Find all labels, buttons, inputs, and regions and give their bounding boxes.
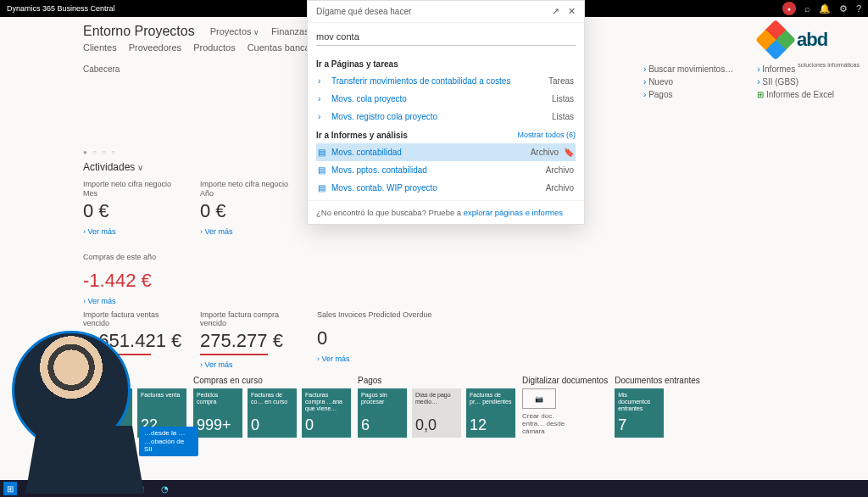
dlg-row-page[interactable]: ›Movs. cola proyecto Listas: [316, 90, 576, 108]
dlg-row-type: Archivo: [546, 183, 574, 193]
chevron-right-icon: ›: [318, 112, 326, 121]
actions-col-2: Informes SII (GBS) Informes de Excel: [757, 64, 834, 99]
kpi-link[interactable]: Ver más: [83, 227, 183, 236]
tile-fact-compra-curso[interactable]: Facturas de co… en curso 0: [248, 388, 297, 438]
kpi-value: 0 €: [83, 200, 183, 222]
kpi-label: Importe neto cifra negocio Año: [200, 180, 300, 198]
dlg-show-all-link[interactable]: Mostrar todos (6): [517, 131, 576, 140]
tile-pagos-sin-procesar[interactable]: Pagos sin procesar 6: [358, 388, 407, 438]
logo-subtitle: soluciones informáticas: [798, 62, 860, 68]
action-sii[interactable]: SII (GBS): [757, 77, 834, 87]
dialog-prompt: Dígame qué desea hacer: [316, 7, 411, 16]
kpi-neto-mes[interactable]: Importe neto cifra negocio Mes 0 € Ver m…: [83, 180, 183, 236]
chevron-right-icon: ›: [318, 76, 326, 86]
tellme-dialog: Dígame qué desea hacer ↗ ✕ Ir a Páginas …: [307, 0, 585, 225]
subnav-proveedores[interactable]: Proveedores: [129, 42, 181, 53]
kpi-link[interactable]: Ver más: [200, 360, 300, 369]
cue-group-title: Compras en curso: [193, 376, 351, 385]
cue-group-title: Pagos: [358, 376, 515, 385]
cue-group-digitalizar: Digitalizar documentos 📷 Crear doc. entr…: [522, 376, 608, 435]
tellme-search-input[interactable]: [316, 28, 576, 46]
dlg-row-text: Movs. cola proyecto: [331, 94, 407, 103]
report-icon: ▤: [318, 148, 326, 157]
action-excel[interactable]: Informes de Excel: [757, 90, 834, 99]
action-buscar-mov[interactable]: Buscar movimientos…: [643, 64, 733, 74]
camera-icon: 📷: [522, 388, 556, 409]
dlg-row-text: Movs. pptos. contabilidad: [331, 165, 427, 175]
tile-dias-pago[interactable]: Días de pago medio… 0,0: [412, 388, 461, 438]
tile-fact-proveedor-pend[interactable]: Facturas de pr… pendientes 12: [466, 388, 515, 438]
dlg-footer: ¿No encontró lo que buscaba? Pruebe a ex…: [308, 200, 584, 224]
dlg-row-type: Tareas: [548, 76, 574, 86]
bookmark-icon[interactable]: 🔖: [564, 148, 574, 157]
kpi-compras-ano[interactable]: Compras de este año -1.442 € Ver más: [83, 253, 253, 305]
presenter-overlay: [8, 327, 153, 489]
tile-label: Facturas compra …ana que viene…: [305, 392, 348, 411]
env-badge[interactable]: ●: [782, 2, 796, 15]
dlg-row-report[interactable]: ▤Movs. contab. WIP proyecto Archivo: [316, 179, 576, 197]
dialog-pop-out-icon[interactable]: ↗: [552, 6, 559, 17]
nav-proyectos[interactable]: Proyectos: [210, 26, 259, 36]
settings-icon[interactable]: ⚙: [839, 3, 848, 14]
page-title: Entorno Proyectos: [83, 24, 195, 39]
taskbar-edge-icon[interactable]: ◔: [158, 482, 171, 495]
tile-value: 0: [251, 416, 293, 434]
dlg-section-pages: Ir a Páginas y tareas: [316, 59, 576, 69]
dlg-row-type: Listas: [552, 94, 574, 103]
report-icon: ▤: [318, 183, 326, 193]
tile-action-caption: Crear doc. entra… desde cámara: [522, 412, 571, 435]
tile-value: 6: [361, 416, 403, 434]
kpi-link[interactable]: Ver más: [83, 297, 253, 305]
kpi-bar: [200, 354, 268, 355]
tile-mis-docs[interactable]: Mis documentos entrantes 7: [615, 388, 664, 438]
dlg-row-report[interactable]: ▤Movs. contabilidad Archivo🔖: [316, 143, 576, 161]
cue-group-doc-entrantes: Documentos entrantes Mis documentos entr…: [615, 376, 700, 438]
kpi-value: 0: [317, 327, 487, 349]
kpi-neto-ano[interactable]: Importe neto cifra negocio Año 0 € Ver m…: [200, 180, 300, 236]
dialog-close-icon[interactable]: ✕: [568, 6, 576, 17]
logo-text: abd: [797, 29, 827, 51]
dlg-row-text: Transferir movimientos de contabilidad a…: [331, 76, 510, 86]
search-icon[interactable]: ⌕: [804, 3, 810, 14]
tile-label: Pagos sin procesar: [361, 392, 403, 405]
dlg-row-text: Movs. contabilidad: [331, 148, 402, 157]
tile-label: Facturas de co… en curso: [251, 392, 293, 405]
dlg-row-page[interactable]: ›Transferir movimientos de contabilidad …: [316, 72, 576, 90]
dlg-row-page[interactable]: ›Movs. registro cola proyecto Listas: [316, 108, 576, 126]
kpi-label: Importe neto cifra negocio Mes: [83, 180, 183, 198]
kpi-link[interactable]: Ver más: [317, 355, 487, 363]
tile-label: Pedidos compra: [197, 392, 239, 405]
actions-col-1: Buscar movimientos… Nuevo Pagos: [643, 64, 733, 99]
kpi-sales-predicted[interactable]: Sales Invoices Predicted Overdue 0 Ver m…: [317, 310, 487, 370]
tile-value: 999+: [197, 416, 239, 434]
tile-camera-action[interactable]: 📷 Crear doc. entra… desde cámara: [522, 388, 571, 435]
action-pagos[interactable]: Pagos: [643, 90, 733, 99]
kpi-label: Importe factura compra vencido: [200, 310, 300, 329]
dlg-row-report[interactable]: ▤Movs. pptos. contabilidad Archivo: [316, 161, 576, 179]
notifications-icon[interactable]: 🔔: [819, 3, 831, 14]
section-cabecera: Cabecera: [83, 64, 120, 99]
subnav-clientes[interactable]: Clientes: [83, 42, 117, 53]
dlg-row-type: Archivo: [531, 148, 559, 157]
kpi-row-2: Importe factura ventas vencido 2.651.421…: [83, 310, 834, 370]
tile-label: Facturas de pr… pendientes: [470, 392, 512, 405]
app-title: Dynamics 365 Business Central: [7, 4, 115, 13]
brand-logo: abd soluciones informáticas: [761, 19, 863, 61]
kpi-value: 0 €: [200, 200, 300, 222]
kpi-fact-compra-vencido[interactable]: Importe factura compra vencido 275.277 €…: [200, 310, 300, 370]
cue-group-pagos: Pagos Pagos sin procesar 6 Días de pago …: [358, 376, 515, 438]
kpi-label: Importe factura ventas vencido: [83, 310, 183, 329]
help-icon[interactable]: ?: [856, 3, 861, 14]
presenter-arms: [51, 455, 119, 480]
logo-icon: [755, 20, 796, 60]
tile-fact-compra-semana[interactable]: Facturas compra …ana que viene… 0: [302, 388, 351, 438]
action-nuevo[interactable]: Nuevo: [643, 77, 733, 87]
tile-pedidos-compra[interactable]: Pedidos compra 999+: [193, 388, 242, 438]
cue-group-title: Documentos entrantes: [615, 376, 700, 385]
dlg-row-text: Movs. registro cola proyecto: [331, 112, 437, 121]
kpi-link[interactable]: Ver más: [200, 227, 300, 236]
kpi-label: Sales Invoices Predicted Overdue: [317, 310, 487, 326]
cue-group-compras: Compras en curso Pedidos compra 999+ Fac…: [193, 376, 351, 438]
subnav-productos[interactable]: Productos: [193, 42, 236, 53]
dlg-footer-link[interactable]: explorar páginas e informes: [464, 208, 563, 217]
